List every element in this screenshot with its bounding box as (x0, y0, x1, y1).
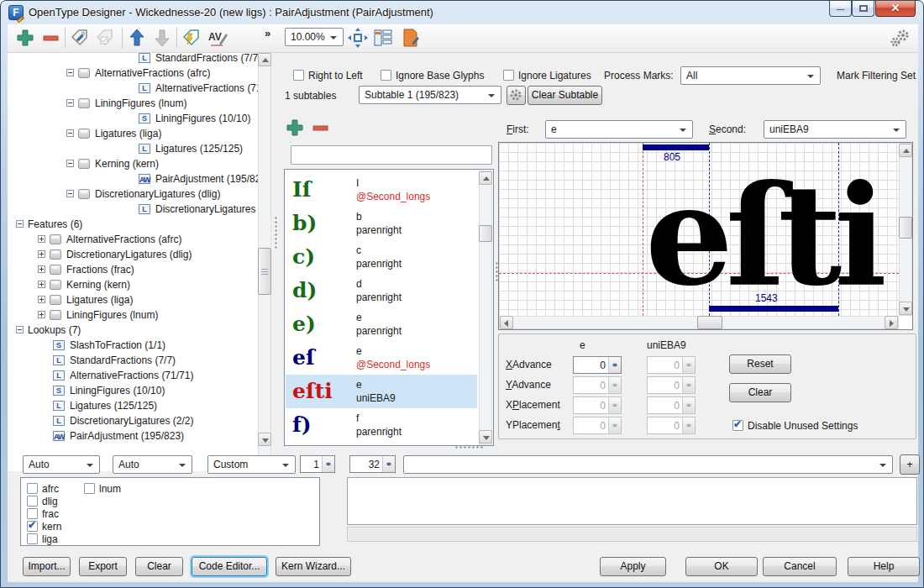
collapse-expander[interactable] (66, 129, 74, 137)
collapse-expander[interactable] (66, 99, 74, 107)
xadvance-first-spinner[interactable]: 0 (573, 356, 622, 374)
mode2-combo[interactable]: Auto (113, 455, 192, 474)
toolbar-overflow-chevron[interactable]: » (265, 27, 270, 39)
pair-list-item[interactable]: d)dparenright (286, 274, 477, 307)
yadvance-second-spinner[interactable]: 0 (647, 376, 696, 394)
tree-row[interactable]: Kerning (kern) (8, 276, 258, 291)
tree-row[interactable]: DiscretionaryLigatures (dlig) (8, 246, 258, 261)
tree-splitter-handle[interactable] (274, 216, 277, 249)
tree-row[interactable]: AlternativeFractions (afrc) (8, 65, 258, 80)
dlig-checkbox[interactable] (27, 496, 38, 507)
remove-pair-button[interactable] (309, 117, 331, 141)
disable-unused-settings-checkbox[interactable] (732, 420, 743, 431)
mode1-combo[interactable]: Auto (23, 455, 100, 474)
horizontal-splitter-handle[interactable] (454, 445, 485, 449)
xadvance-second-spinner[interactable]: 0 (647, 356, 696, 374)
import-button[interactable]: Import... (23, 557, 71, 576)
subtable-settings-button[interactable] (507, 86, 526, 105)
generate-lookup-button[interactable] (181, 27, 202, 49)
rename-lookup-button[interactable] (69, 27, 91, 49)
feature-code-area[interactable] (347, 477, 917, 525)
collapse-expander[interactable] (66, 69, 74, 76)
tree-row[interactable]: LLigatures (125/125) (8, 397, 258, 412)
tree-row[interactable]: LAlternativeFractions (71/71) (8, 367, 258, 382)
tree-row[interactable]: AWPairAdjustment (195/823) (8, 428, 258, 443)
lnum-checkbox[interactable] (84, 483, 95, 494)
canvas-scroll-right[interactable] (885, 316, 898, 329)
tree-row[interactable]: SLiningFigures (10/10) (8, 382, 258, 397)
move-up-button[interactable] (126, 27, 148, 49)
fit-view-button[interactable] (347, 27, 369, 49)
move-down-button[interactable] (151, 27, 173, 49)
add-pair-button[interactable] (284, 117, 306, 141)
matrix-view-button[interactable] (372, 27, 394, 49)
toolbar-settings-button[interactable] (885, 28, 913, 50)
tree-row[interactable]: DiscretionaryLigatures (dlig) (8, 186, 258, 201)
tree-row[interactable]: SLiningFigures (10/10) (8, 110, 258, 125)
clear-all-button[interactable]: Clear (135, 557, 183, 576)
tree-row-lookups[interactable]: Lookups (7) (8, 322, 258, 337)
export-button[interactable]: Export (79, 557, 127, 576)
pair-list-item[interactable]: IſI@Second_longs (286, 173, 477, 207)
clear-button[interactable]: Clear (729, 383, 791, 402)
canvas-scroll-up[interactable] (899, 144, 912, 157)
expand-expander[interactable] (38, 235, 45, 243)
tree-row[interactable]: AlternativeFractions (afrc) (8, 231, 258, 246)
tree-row[interactable]: Ligatures (liga) (8, 125, 258, 140)
tree-row[interactable]: LDiscretionaryLigatures (2/2) (8, 201, 258, 216)
first-advance-bar[interactable] (643, 144, 709, 150)
pair-list-item[interactable]: c)cparenright (286, 240, 477, 274)
reset-button[interactable]: Reset (729, 354, 791, 374)
afrc-checkbox[interactable] (27, 483, 38, 494)
cancel-button[interactable]: Cancel (763, 557, 837, 576)
canvas-hscroll-thumb[interactable] (697, 316, 722, 329)
pair-list-item[interactable]: e)eparenright (286, 307, 477, 341)
pair-list-item[interactable]: b)bparenright (286, 207, 477, 240)
expand-expander[interactable] (38, 265, 45, 273)
maximize-button[interactable] (852, 1, 874, 17)
class-combo[interactable] (403, 455, 893, 474)
ok-button[interactable]: OK (685, 557, 758, 576)
pair-list-scroll-up[interactable] (479, 171, 492, 185)
pair-list-scroll-thumb[interactable] (479, 225, 492, 242)
code-view-button[interactable] (399, 27, 421, 49)
expand-expander[interactable] (38, 281, 45, 288)
yadvance-first-spinner[interactable]: 0 (573, 376, 622, 394)
large-count-spinner[interactable]: 32 (349, 455, 396, 473)
kerning-canvas-grid[interactable]: 805 1543 eſti (499, 143, 899, 316)
pair-search-input[interactable] (291, 145, 492, 165)
pair-list-item[interactable]: eſe@Second_longs (286, 341, 477, 375)
tree-row[interactable]: SSlashToFraction (1/1) (8, 337, 258, 352)
tree-row[interactable]: LAlternativeFractions (71/71) (8, 80, 258, 95)
liga-checkbox[interactable] (27, 533, 38, 544)
tree-row[interactable]: LLigatures (125/125) (8, 140, 258, 155)
collapse-expander[interactable] (16, 326, 24, 333)
tree-scroll-thumb[interactable] (258, 248, 271, 295)
tree-row-features[interactable]: Features (6) (8, 216, 258, 231)
first-glyph-combo[interactable]: e (545, 120, 693, 139)
frac-checkbox[interactable] (27, 508, 38, 519)
pair-list-scrollbar[interactable] (479, 171, 492, 445)
kerning-tool-button[interactable]: AV (206, 27, 228, 49)
yplacement-first-spinner[interactable]: 0 (573, 417, 622, 434)
pair-list-item[interactable]: f)fparenright (286, 408, 477, 442)
ignore-ligatures-checkbox[interactable] (503, 70, 514, 81)
spinner-arrows[interactable] (608, 357, 621, 373)
second-glyph-combo[interactable]: uniEBA9 (764, 120, 906, 139)
right-to-left-checkbox[interactable] (293, 70, 304, 81)
remove-lookup-button[interactable] (39, 27, 61, 49)
kern-wizard-button[interactable]: Kern Wizard... (276, 557, 351, 576)
yplacement-second-spinner[interactable]: 0 (647, 417, 696, 434)
tree-row[interactable]: LiningFigures (lnum) (8, 307, 258, 322)
ignore-base-glyphs-checkbox[interactable] (381, 70, 391, 81)
tree-row[interactable]: Ligatures (liga) (8, 291, 258, 307)
tree-row[interactable]: LDiscretionaryLigatures (2/2) (8, 412, 258, 428)
duplicate-lookup-button[interactable] (94, 27, 116, 49)
tree-scroll-down[interactable] (258, 433, 271, 446)
expand-expander[interactable] (38, 296, 45, 303)
subtable-combo[interactable]: Subtable 1 (195/823) (359, 86, 501, 104)
close-button[interactable]: ✕ (875, 1, 916, 17)
pair-list-item-selected[interactable]: eſtieuniEBA9 (286, 375, 477, 408)
tree-row[interactable]: LStandardFractions (7/7) (8, 352, 258, 367)
expand-expander[interactable] (38, 311, 45, 318)
